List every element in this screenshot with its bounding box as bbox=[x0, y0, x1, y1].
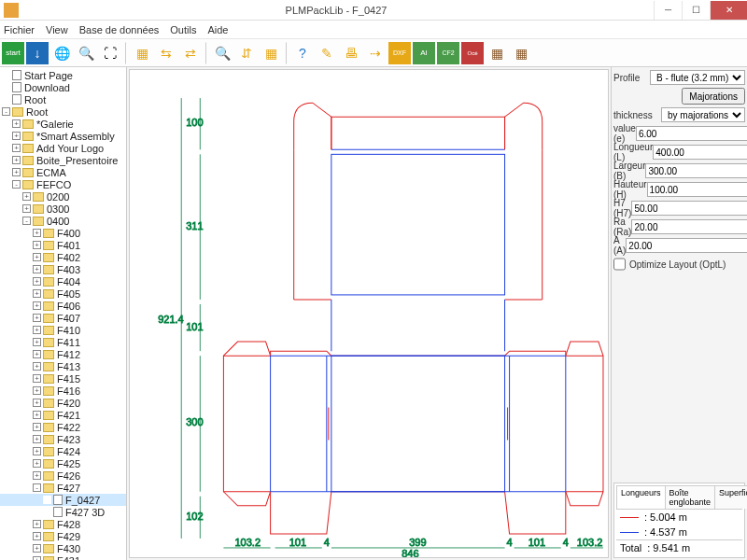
dim-h-bot: 102 bbox=[186, 511, 203, 522]
tree-item[interactable]: F427 3D bbox=[0, 506, 126, 518]
tree-item[interactable]: +F423 bbox=[0, 433, 126, 445]
tree-item[interactable]: -Root bbox=[0, 105, 126, 118]
tree-item[interactable]: -FEFCO bbox=[0, 178, 126, 190]
zoom-icon[interactable]: 🔍 bbox=[211, 42, 233, 64]
arrange-icon[interactable]: ⇵ bbox=[235, 42, 258, 64]
value-input[interactable] bbox=[636, 126, 747, 141]
tree-item[interactable]: +F425 bbox=[0, 457, 126, 469]
export-icon[interactable]: ⇢ bbox=[364, 42, 387, 64]
menu-database[interactable]: Base de données bbox=[79, 24, 160, 35]
drawing-canvas[interactable]: 921.4 100 311 101 300 102 103.2 101 4 39… bbox=[129, 69, 609, 558]
titlebar: PLMPackLib - F_0427 ─ ☐ ✕ bbox=[0, 0, 747, 21]
menu-view[interactable]: View bbox=[46, 24, 68, 35]
tree-item[interactable]: +F413 bbox=[0, 360, 126, 372]
longueur-input[interactable] bbox=[653, 145, 747, 160]
tree-item[interactable]: +*Galerie bbox=[0, 118, 126, 130]
tree-item[interactable]: +F422 bbox=[0, 421, 126, 433]
tree-item[interactable]: +F404 bbox=[0, 275, 126, 287]
tree-item[interactable]: +F426 bbox=[0, 469, 126, 482]
tree-item[interactable]: +F410 bbox=[0, 324, 126, 336]
tree-item[interactable]: +F429 bbox=[0, 530, 126, 542]
dim-w5: 4 bbox=[507, 537, 513, 548]
tree-item[interactable]: +F405 bbox=[0, 287, 126, 300]
tree-item[interactable]: -0400 bbox=[0, 215, 126, 227]
tree-item[interactable]: +F412 bbox=[0, 348, 126, 360]
a-label: A (A) bbox=[613, 235, 626, 256]
tree-item[interactable]: -F427 bbox=[0, 482, 126, 494]
globe-icon[interactable]: 🌐 bbox=[50, 42, 73, 64]
tree-item[interactable]: Root bbox=[0, 93, 126, 105]
longueur-label: Longueur (L) bbox=[613, 142, 653, 162]
close-button[interactable]: ✕ bbox=[710, 1, 747, 20]
maximize-button[interactable]: ☐ bbox=[682, 1, 710, 20]
edit-icon[interactable]: ✎ bbox=[316, 42, 338, 64]
tree-panel[interactable]: Start PageDownloadRoot-Root+*Galerie+*Sm… bbox=[0, 67, 127, 560]
tree-item[interactable]: +F400 bbox=[0, 227, 126, 239]
menu-outils[interactable]: Outils bbox=[170, 24, 196, 35]
dim-w-total: 846 bbox=[402, 548, 418, 557]
flip-v-icon[interactable]: ⇄ bbox=[179, 42, 202, 64]
flip-h-icon[interactable]: ⇆ bbox=[155, 42, 177, 64]
h7-input[interactable] bbox=[631, 201, 747, 216]
tree-item[interactable]: +F416 bbox=[0, 385, 126, 397]
tree-item[interactable]: +Boite_Presentoire bbox=[0, 154, 126, 166]
tree-item[interactable]: +F411 bbox=[0, 336, 126, 348]
cf2-icon[interactable]: CF2 bbox=[437, 42, 459, 64]
tree-item[interactable]: +F415 bbox=[0, 372, 126, 385]
tree-item[interactable]: +F431 bbox=[0, 554, 126, 560]
ra-input[interactable] bbox=[631, 219, 747, 234]
optimize-checkbox[interactable] bbox=[613, 257, 626, 272]
tree-item[interactable]: +F407 bbox=[0, 312, 126, 324]
ai-icon[interactable]: AI bbox=[413, 42, 435, 64]
majorations-button[interactable]: Majorations bbox=[682, 88, 745, 105]
a-input[interactable] bbox=[626, 238, 747, 253]
thickness-select[interactable]: by majorations bbox=[661, 107, 745, 122]
tree-item[interactable]: +0200 bbox=[0, 190, 126, 203]
tree-item[interactable]: Download bbox=[0, 81, 126, 93]
legend-cut-swatch bbox=[620, 517, 639, 518]
tree-item[interactable]: +Add Your Logo bbox=[0, 142, 126, 154]
tree-item[interactable]: +F403 bbox=[0, 263, 126, 275]
hauteur-input[interactable] bbox=[647, 182, 747, 197]
tab-longueurs[interactable]: Longueurs bbox=[616, 485, 666, 509]
tab-bbox[interactable]: Boîte englobante bbox=[665, 485, 716, 509]
download-icon[interactable]: ↓ bbox=[26, 42, 49, 64]
pallet2-icon[interactable]: ▦ bbox=[510, 42, 532, 64]
tree-item[interactable]: +0300 bbox=[0, 203, 126, 215]
pallet1-icon[interactable]: ▦ bbox=[486, 42, 508, 64]
profile-select[interactable]: B - flute (3.2 mm) bbox=[650, 70, 745, 85]
help-icon[interactable]: ? bbox=[291, 42, 314, 64]
dim-w2: 101 bbox=[289, 537, 306, 548]
svg-rect-18 bbox=[331, 154, 505, 295]
menu-aide[interactable]: Aide bbox=[207, 24, 228, 35]
tree-item[interactable]: +F401 bbox=[0, 239, 126, 251]
svg-rect-22 bbox=[331, 356, 505, 492]
tree-item[interactable]: +ECMA bbox=[0, 166, 126, 178]
tree-item[interactable]: +*Smart Assembly bbox=[0, 130, 126, 142]
oce-icon[interactable]: Océ bbox=[461, 42, 484, 64]
tree-item[interactable]: +F421 bbox=[0, 409, 126, 421]
search-icon[interactable]: 🔍 bbox=[75, 42, 97, 64]
grid-icon[interactable]: ▦ bbox=[131, 42, 153, 64]
tile-icon[interactable]: ▦ bbox=[260, 42, 282, 64]
largeur-input[interactable] bbox=[645, 163, 747, 178]
fit-icon[interactable]: ⛶ bbox=[99, 42, 121, 64]
tree-item[interactable]: +F406 bbox=[0, 300, 126, 312]
tree-item[interactable]: +F420 bbox=[0, 397, 126, 409]
tree-item[interactable]: +F428 bbox=[0, 518, 126, 530]
tab-superficie[interactable]: Superficie bbox=[714, 485, 747, 509]
minimize-button[interactable]: ─ bbox=[654, 1, 682, 20]
dim-h-top: 100 bbox=[186, 117, 203, 128]
tree-item[interactable]: +F424 bbox=[0, 445, 126, 457]
tree-item[interactable]: F_0427 bbox=[0, 494, 126, 506]
menu-fichier[interactable]: Fichier bbox=[4, 24, 35, 35]
profile-label: Profile bbox=[613, 73, 650, 83]
tree-item[interactable]: Start Page bbox=[0, 69, 126, 81]
start-icon[interactable]: start bbox=[2, 42, 24, 64]
dim-w4: 399 bbox=[409, 537, 426, 548]
print-icon[interactable]: 🖶 bbox=[340, 42, 362, 64]
separator bbox=[125, 42, 127, 64]
tree-item[interactable]: +F402 bbox=[0, 251, 126, 263]
dxf-icon[interactable]: DXF bbox=[388, 42, 411, 64]
tree-item[interactable]: +F430 bbox=[0, 542, 126, 554]
